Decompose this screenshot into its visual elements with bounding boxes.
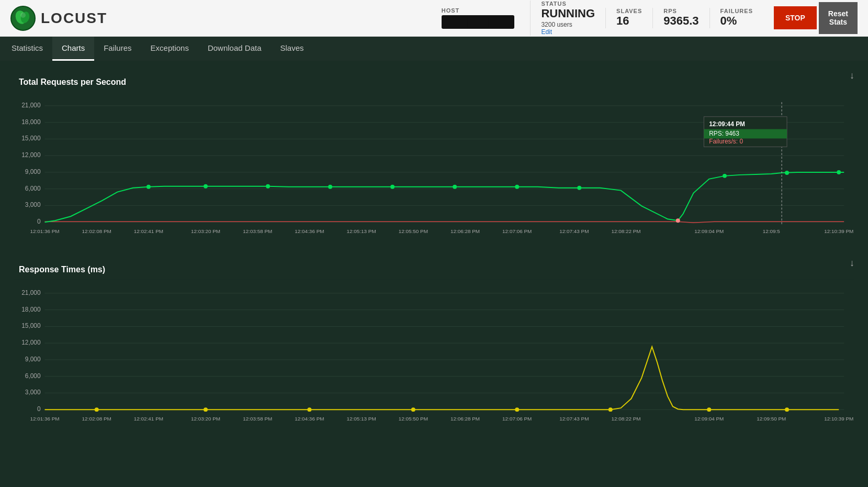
- status-sub: 3200 users: [541, 21, 572, 28]
- main-content: Total Requests per Second ↓ 21,000 18,00…: [0, 70, 868, 436]
- svg-point-30: [785, 171, 789, 175]
- svg-text:12:07:06 PM: 12:07:06 PM: [502, 416, 532, 422]
- svg-text:12:03:20 PM: 12:03:20 PM: [191, 228, 220, 234]
- host-section: HOST ████: [442, 7, 515, 29]
- svg-text:21,000: 21,000: [21, 289, 41, 296]
- failures-label: FAILURES: [720, 8, 753, 14]
- svg-point-29: [723, 174, 727, 178]
- svg-point-71: [95, 407, 99, 412]
- svg-text:9,000: 9,000: [25, 356, 41, 363]
- svg-text:12:09:50 PM: 12:09:50 PM: [757, 416, 786, 422]
- svg-rect-4: [14, 92, 854, 242]
- host-value: ████: [442, 15, 515, 29]
- svg-text:3,000: 3,000: [25, 389, 41, 396]
- status-block: STATUS RUNNING 3200 users Edit: [530, 1, 605, 35]
- nav-slaves[interactable]: Slaves: [271, 37, 313, 61]
- nav-exceptions[interactable]: Exceptions: [141, 37, 198, 61]
- svg-text:12:02:41 PM: 12:02:41 PM: [134, 228, 163, 234]
- svg-text:12:09:44 PM: 12:09:44 PM: [709, 120, 745, 128]
- svg-text:12:09:5: 12:09:5: [763, 228, 781, 234]
- reset-stats-button[interactable]: Reset Stats: [819, 2, 858, 35]
- response-chart-container: Response Times (ms) ↓ 21,000 18,000 15,0…: [8, 258, 860, 436]
- svg-point-72: [204, 407, 208, 412]
- svg-text:RPS: 9463: RPS: 9463: [709, 130, 739, 137]
- svg-point-75: [515, 407, 519, 412]
- nav-statistics[interactable]: Statistics: [2, 37, 52, 61]
- svg-text:12,000: 12,000: [21, 339, 41, 346]
- svg-text:12:07:06 PM: 12:07:06 PM: [502, 228, 532, 234]
- slaves-label: SLAVES: [616, 8, 642, 14]
- rps-value: 9365.3: [663, 14, 698, 28]
- svg-text:18,000: 18,000: [21, 118, 41, 126]
- svg-text:6,000: 6,000: [25, 372, 41, 380]
- svg-text:12:04:36 PM: 12:04:36 PM: [295, 416, 324, 422]
- svg-text:12:02:08 PM: 12:02:08 PM: [82, 416, 111, 422]
- svg-point-74: [411, 407, 415, 412]
- svg-point-23: [266, 184, 270, 189]
- svg-text:3,000: 3,000: [25, 201, 41, 208]
- svg-text:12:05:50 PM: 12:05:50 PM: [399, 416, 428, 422]
- host-label: HOST: [442, 7, 460, 14]
- svg-text:12:01:36 PM: 12:01:36 PM: [30, 416, 59, 422]
- svg-text:12:01:36 PM: 12:01:36 PM: [30, 228, 59, 234]
- slaves-value: 16: [616, 14, 629, 28]
- svg-text:12:06:28 PM: 12:06:28 PM: [450, 228, 480, 234]
- nav-download-data[interactable]: Download Data: [198, 37, 271, 61]
- rps-chart-title: Total Requests per Second: [14, 78, 854, 87]
- svg-text:12:09:04 PM: 12:09:04 PM: [694, 228, 724, 234]
- svg-rect-54: [14, 279, 854, 430]
- locust-logo-icon: [10, 6, 36, 31]
- response-chart-title: Response Times (ms): [14, 265, 854, 274]
- nav-charts[interactable]: Charts: [52, 37, 94, 61]
- svg-text:12:07:43 PM: 12:07:43 PM: [559, 416, 589, 422]
- svg-text:12:10:39 PM: 12:10:39 PM: [824, 416, 853, 422]
- svg-point-73: [307, 407, 311, 412]
- status-edit-link[interactable]: Edit: [541, 28, 552, 36]
- svg-point-31: [837, 170, 841, 174]
- stop-button[interactable]: STOP: [774, 6, 817, 29]
- svg-point-3: [20, 13, 26, 18]
- svg-text:12:07:43 PM: 12:07:43 PM: [559, 228, 589, 234]
- svg-text:12:08:22 PM: 12:08:22 PM: [611, 228, 640, 234]
- status-label: STATUS: [541, 1, 566, 7]
- svg-text:12:03:20 PM: 12:03:20 PM: [191, 416, 220, 422]
- rps-chart-svg: 21,000 18,000 15,000 12,000 9,000 6,000 …: [14, 91, 854, 243]
- svg-point-27: [515, 185, 519, 189]
- rps-block: RPS 9365.3: [652, 8, 709, 28]
- svg-text:0: 0: [37, 405, 41, 413]
- nav-failures[interactable]: Failures: [94, 37, 141, 61]
- app-name: LOCUST: [41, 10, 107, 27]
- svg-text:12:02:41 PM: 12:02:41 PM: [134, 416, 163, 422]
- svg-text:12:06:28 PM: 12:06:28 PM: [450, 416, 480, 422]
- svg-text:12:03:58 PM: 12:03:58 PM: [243, 416, 272, 422]
- svg-text:0: 0: [37, 218, 41, 225]
- response-chart-download-icon[interactable]: ↓: [850, 258, 854, 269]
- svg-text:6,000: 6,000: [25, 185, 41, 192]
- failures-value: 0%: [720, 14, 737, 28]
- app-header: LOCUST HOST ████ STATUS RUNNING 3200 use…: [0, 0, 868, 37]
- svg-point-24: [328, 185, 332, 189]
- rps-chart-download-icon[interactable]: ↓: [850, 70, 854, 81]
- header-stats: HOST ████ STATUS RUNNING 3200 users Edit…: [442, 1, 858, 35]
- response-chart-svg: 21,000 18,000 15,000 12,000 9,000 6,000 …: [14, 279, 854, 430]
- svg-text:12,000: 12,000: [21, 151, 41, 159]
- logo-area: LOCUST: [10, 6, 107, 31]
- slaves-block: SLAVES 16: [605, 8, 652, 28]
- svg-text:12:02:08 PM: 12:02:08 PM: [82, 228, 111, 234]
- failures-block: FAILURES 0%: [709, 8, 763, 28]
- svg-text:21,000: 21,000: [21, 102, 41, 109]
- svg-text:12:05:13 PM: 12:05:13 PM: [347, 228, 376, 234]
- svg-text:12:03:58 PM: 12:03:58 PM: [243, 228, 272, 234]
- rps-chart-container: Total Requests per Second ↓ 21,000 18,00…: [8, 70, 860, 248]
- response-chart-area: 21,000 18,000 15,000 12,000 9,000 6,000 …: [14, 279, 854, 430]
- svg-point-21: [146, 185, 151, 189]
- svg-text:12:10:39 PM: 12:10:39 PM: [824, 228, 853, 234]
- svg-point-25: [390, 185, 394, 189]
- svg-point-22: [204, 184, 208, 189]
- svg-point-77: [707, 407, 711, 412]
- svg-text:18,000: 18,000: [21, 306, 41, 313]
- svg-text:Failures/s: 0: Failures/s: 0: [709, 138, 743, 145]
- svg-text:12:05:13 PM: 12:05:13 PM: [347, 416, 376, 422]
- svg-point-28: [577, 186, 581, 190]
- svg-point-78: [785, 407, 789, 412]
